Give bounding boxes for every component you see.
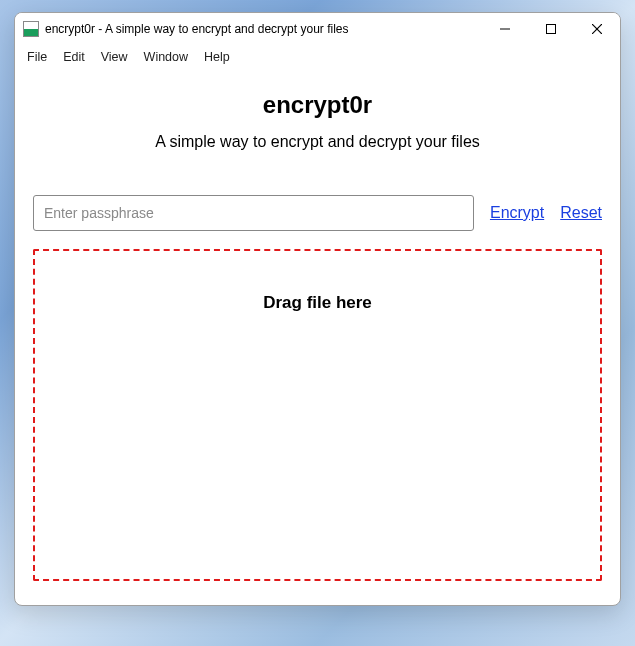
minimize-button[interactable] bbox=[482, 13, 528, 45]
page-subtitle: A simple way to encrypt and decrypt your… bbox=[33, 133, 602, 151]
window-title: encrypt0r - A simple way to encrypt and … bbox=[45, 22, 482, 36]
file-dropzone[interactable]: Drag file here bbox=[33, 249, 602, 581]
window-controls bbox=[482, 13, 620, 45]
dropzone-label: Drag file here bbox=[35, 293, 600, 313]
svg-rect-1 bbox=[547, 25, 556, 34]
page-title: encrypt0r bbox=[33, 91, 602, 119]
minimize-icon bbox=[500, 24, 510, 34]
close-icon bbox=[592, 24, 602, 34]
menu-view[interactable]: View bbox=[93, 48, 136, 66]
content-area: encrypt0r A simple way to encrypt and de… bbox=[15, 69, 620, 605]
menu-edit[interactable]: Edit bbox=[55, 48, 93, 66]
reset-link[interactable]: Reset bbox=[560, 204, 602, 222]
close-button[interactable] bbox=[574, 13, 620, 45]
menu-file[interactable]: File bbox=[19, 48, 55, 66]
passphrase-input[interactable] bbox=[33, 195, 474, 231]
maximize-icon bbox=[546, 24, 556, 34]
encrypt-link[interactable]: Encrypt bbox=[490, 204, 544, 222]
menu-help[interactable]: Help bbox=[196, 48, 238, 66]
menubar: File Edit View Window Help bbox=[15, 45, 620, 69]
controls-row: Encrypt Reset bbox=[33, 195, 602, 231]
menu-window[interactable]: Window bbox=[136, 48, 196, 66]
titlebar: encrypt0r - A simple way to encrypt and … bbox=[15, 13, 620, 45]
app-window: encrypt0r - A simple way to encrypt and … bbox=[14, 12, 621, 606]
maximize-button[interactable] bbox=[528, 13, 574, 45]
app-icon bbox=[23, 21, 39, 37]
